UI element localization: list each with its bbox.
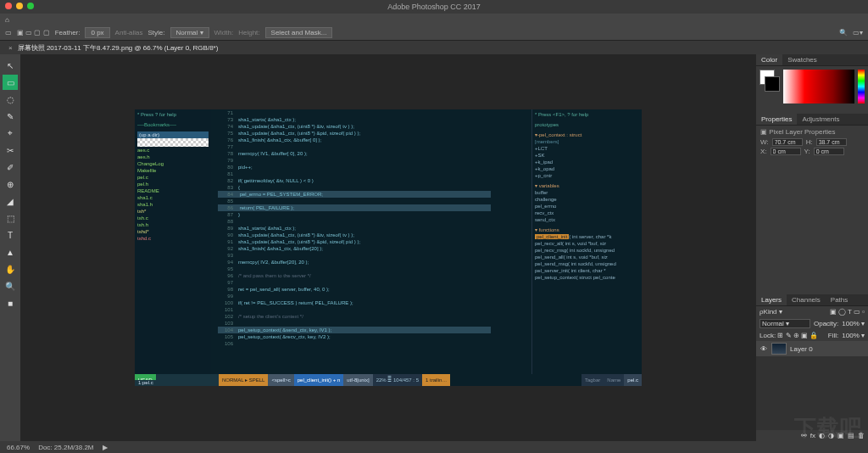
marquee-icon[interactable]: ▭ bbox=[5, 29, 12, 36]
member-item: +LCT bbox=[535, 145, 639, 152]
status-mode: NORMAL ▸ SPELL bbox=[219, 374, 268, 386]
code-line: 103 bbox=[218, 320, 491, 327]
info-arrow-icon[interactable]: ▶ bbox=[103, 444, 108, 451]
y-input[interactable] bbox=[814, 148, 844, 155]
file-item: tsh* bbox=[137, 208, 209, 215]
search-icon[interactable]: 🔍 bbox=[839, 29, 848, 36]
file-item: pel.c bbox=[137, 174, 209, 181]
var-item: challenge bbox=[535, 196, 639, 203]
file-item: sha1.h bbox=[137, 201, 209, 208]
opacity-label: Opacity: bbox=[814, 320, 838, 327]
toolbox: ↖▭◌✎⌖✂✐⊕◢⬚T▲✋🔍■ bbox=[0, 54, 20, 441]
blend-mode-select[interactable]: Normal ▾ bbox=[760, 319, 810, 328]
tool-3[interactable]: ✎ bbox=[3, 109, 18, 124]
tool-0[interactable]: ↖ bbox=[3, 58, 18, 73]
workspace-icon[interactable]: ▭▾ bbox=[853, 29, 863, 36]
tool-2[interactable]: ◌ bbox=[3, 92, 18, 107]
tab-swatches[interactable]: Swatches bbox=[782, 54, 822, 65]
h-input[interactable] bbox=[816, 138, 847, 146]
zoom-readout[interactable]: 66.67% bbox=[7, 444, 30, 451]
func-item: pel_send_msg( int sockfd, unsigned bbox=[535, 260, 639, 267]
struct-label: ▾-pel_context : struct bbox=[535, 131, 639, 138]
w-input[interactable] bbox=[772, 138, 803, 146]
layer-thumbnail[interactable] bbox=[771, 343, 787, 355]
editor-tagbar-pane: * Press <F1>, ? for help prototypes ▾-pe… bbox=[531, 109, 642, 374]
hue-bar[interactable] bbox=[858, 70, 865, 103]
tool-1[interactable]: ▭ bbox=[3, 75, 18, 90]
window-titlebar: Adobe Photoshop CC 2017 bbox=[0, 0, 868, 14]
color-spectrum[interactable] bbox=[783, 70, 854, 103]
tool-5[interactable]: ✂ bbox=[3, 143, 18, 158]
var-item: send_ctx bbox=[535, 216, 639, 223]
canvas-area[interactable]: * Press ? for help ----Bookmarks---- (up… bbox=[20, 54, 756, 441]
background-swatch[interactable] bbox=[765, 76, 780, 92]
layer-name[interactable]: Layer 0 bbox=[790, 345, 813, 353]
home-icon[interactable]: ⌂ bbox=[5, 16, 9, 24]
lock-icons[interactable]: Lock: ⊞ ✎ ⊕ ▣ 🔒 bbox=[760, 332, 825, 339]
file-item: README bbox=[137, 187, 209, 194]
doc-tabbar: × 屏幕快照 2017-03-11 下午8.47.29.png @ 66.7% … bbox=[0, 41, 868, 54]
editor-file-pane: * Press ? for help ----Bookmarks---- (up… bbox=[135, 109, 211, 374]
code-line: 75sha1_update( &sha1_ctx, (uint8 *) &pid… bbox=[218, 130, 491, 137]
antialias-checkbox[interactable]: Anti-alias bbox=[115, 29, 143, 36]
document-canvas: * Press ? for help ----Bookmarks---- (up… bbox=[135, 109, 642, 386]
code-line: 77 bbox=[218, 143, 491, 150]
tab-layers[interactable]: Layers bbox=[756, 294, 787, 305]
bookmarks-header: ----Bookmarks---- bbox=[137, 121, 209, 128]
y-label: Y: bbox=[804, 148, 810, 155]
visibility-eye-icon[interactable]: 👁 bbox=[760, 345, 768, 353]
tool-6[interactable]: ✐ bbox=[3, 159, 18, 175]
style-select[interactable]: Normal ▾ bbox=[170, 27, 209, 38]
up-dir-link: (up a dir) bbox=[137, 131, 209, 138]
status-left-file bbox=[156, 374, 219, 386]
code-line: 78memcpy( IV1, &buffer[ 0], 20 ); bbox=[218, 150, 491, 157]
file-item: aes.c bbox=[137, 147, 209, 154]
kind-filter[interactable]: ρKind ▾ bbox=[760, 308, 782, 316]
member-item: +k_ipad bbox=[535, 159, 639, 165]
members-label: [members] bbox=[535, 138, 639, 145]
tool-8[interactable]: ◢ bbox=[3, 193, 18, 209]
tool-13[interactable]: 🔍 bbox=[3, 278, 18, 294]
tool-4[interactable]: ⌖ bbox=[3, 126, 18, 141]
tab-channels[interactable]: Channels bbox=[787, 294, 826, 305]
panels-dock: Color Swatches Properties Adjustments ▣ … bbox=[756, 54, 868, 441]
file-item: tsh.h bbox=[137, 221, 209, 228]
filter-icons[interactable]: ▣ ◯ T ▭ ▫ bbox=[830, 308, 865, 316]
code-line: 87} bbox=[218, 211, 491, 218]
tab-close-icon[interactable]: × bbox=[8, 44, 13, 52]
mode-icons[interactable]: ▣ ▭ ▢ ▢ bbox=[17, 29, 50, 36]
tool-12[interactable]: ✋ bbox=[3, 261, 18, 277]
traffic-light-close[interactable] bbox=[5, 3, 12, 9]
tab-adjustments[interactable]: Adjustments bbox=[797, 114, 844, 125]
fill-input[interactable]: 100% ▾ bbox=[842, 332, 865, 339]
status-left-label: 1:pel.c bbox=[135, 380, 157, 386]
traffic-light-min[interactable] bbox=[16, 3, 23, 9]
tool-7[interactable]: ⊕ bbox=[3, 176, 18, 192]
status-git: <spell>c bbox=[268, 374, 293, 386]
doc-size-readout[interactable]: Doc: 25.2M/38.2M bbox=[38, 444, 93, 451]
tool-11[interactable]: ▲ bbox=[3, 244, 18, 260]
tab-paths[interactable]: Paths bbox=[826, 294, 853, 305]
code-line: 105pel_setup_context( &recv_ctx, key, IV… bbox=[218, 333, 491, 340]
opacity-input[interactable]: 100% ▾ bbox=[842, 320, 865, 327]
tool-14[interactable]: ■ bbox=[3, 295, 18, 310]
func-item: pel_setup_context( struct pel_conte bbox=[535, 274, 639, 281]
traffic-light-max[interactable] bbox=[27, 3, 34, 9]
select-and-mask-button[interactable]: Select and Mask... bbox=[265, 27, 333, 38]
feather-input[interactable]: 0 px bbox=[85, 27, 109, 38]
var-item: pel_errno bbox=[535, 203, 639, 210]
tab-properties[interactable]: Properties bbox=[756, 114, 797, 125]
tool-10[interactable]: T bbox=[3, 227, 18, 243]
fill-label: Fill: bbox=[828, 332, 838, 339]
file-item: tshd* bbox=[137, 228, 209, 235]
tool-9[interactable]: ⬚ bbox=[3, 210, 18, 226]
watermark-text: 下载吧 bbox=[794, 413, 863, 443]
x-input[interactable] bbox=[771, 148, 801, 155]
feather-label: Feather: bbox=[55, 29, 81, 36]
layer-row[interactable]: 👁 Layer 0 bbox=[756, 341, 868, 356]
tab-color[interactable]: Color bbox=[756, 54, 782, 65]
doc-tab[interactable]: 屏幕快照 2017-03-11 下午8.47.29.png @ 66.7% (L… bbox=[18, 43, 219, 53]
status-pos: 22% ≣ 104/457 : 5 bbox=[373, 374, 422, 386]
proto-section: prototypes bbox=[535, 121, 639, 128]
editor-status-bar: HEAD NORMAL ▸ SPELL <spell>c pel_client_… bbox=[135, 374, 642, 386]
